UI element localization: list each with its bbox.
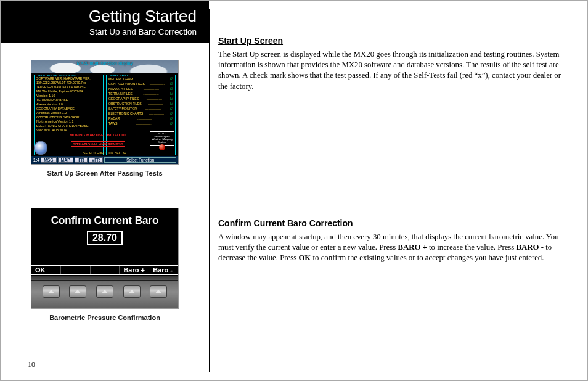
bezel-up-button-1[interactable] xyxy=(43,285,60,298)
check-icon: ☑ xyxy=(170,81,173,86)
baro-minus-button[interactable]: Baro - xyxy=(149,266,178,274)
stormscope-brand: WX500Stormscope®Weather MappingSystem xyxy=(150,131,174,146)
bezel-up-button-3[interactable] xyxy=(96,285,113,298)
baro-minus-text: BARO - xyxy=(517,243,544,252)
ifr-button[interactable]: IFR xyxy=(75,157,88,163)
baro-title: Confirm Current Baro xyxy=(31,208,178,227)
baro-screen-image: Confirm Current Baro 28.70 OK Baro + Bar… xyxy=(31,208,179,309)
content-column: Start Up Screen The Start Up screen is d… xyxy=(210,1,587,380)
function-button-bar: 1:4 MSG MAP IFR VFR Select Function xyxy=(31,156,178,164)
check-icon: ☑ xyxy=(170,96,173,101)
figure1-caption: Start Up Screen After Passing Tests xyxy=(1,170,209,177)
paragraph-startup: The Start Up screen is displayed while t… xyxy=(218,49,569,92)
globe-logo-icon xyxy=(34,141,47,155)
check-icon: ☑ xyxy=(170,117,173,121)
startup-screen-image: MX20 multi-function display SYSTEM INFOR… xyxy=(31,60,179,165)
check-icon: ☑ xyxy=(170,107,173,112)
baro-value: 28.70 xyxy=(87,231,123,245)
figure-baro-confirm: Confirm Current Baro 28.70 OK Baro + Bar… xyxy=(1,208,209,321)
select-function-label: SELECT FUNCTION BELOW xyxy=(31,151,178,155)
map-button[interactable]: MAP xyxy=(58,157,73,163)
check-icon: ☑ xyxy=(170,112,173,117)
check-icon: ☑ xyxy=(170,76,173,81)
check-icon: ☑ xyxy=(170,101,173,106)
baro-plus-button[interactable]: Baro + xyxy=(120,266,149,274)
chapter-title: Getting Started xyxy=(13,7,197,26)
baro-button-row: OK Baro + Baro - xyxy=(31,265,178,275)
check-icon: ☑ xyxy=(170,91,173,96)
bezel-up-button-5[interactable] xyxy=(150,285,167,298)
bezel-up-button-4[interactable] xyxy=(123,285,141,298)
device-label: MX20 multi-function display xyxy=(31,61,178,65)
figure2-caption: Barometric Pressure Confirmation xyxy=(1,314,209,321)
check-icon: ☑ xyxy=(170,86,173,91)
ok-text: OK xyxy=(298,253,311,262)
ok-button[interactable]: OK xyxy=(31,266,61,274)
heading-baro: Confirm Current Baro Correction xyxy=(218,218,569,229)
chapter-banner: Getting Started Start Up and Baro Correc… xyxy=(1,1,209,43)
bezel-up-button-2[interactable] xyxy=(69,285,86,298)
select-function-text: Select Function xyxy=(104,157,176,163)
page-number: 10 xyxy=(28,360,35,369)
device-bezel xyxy=(31,276,178,308)
chapter-subtitle: Start Up and Baro Correction xyxy=(13,27,197,36)
scale-label: 1:4 xyxy=(33,158,39,162)
check-icon: ☑ xyxy=(170,121,173,126)
paragraph-baro: A window may appear at startup, and then… xyxy=(218,232,569,264)
figure-startup-screen: MX20 multi-function display SYSTEM INFOR… xyxy=(1,60,209,177)
heading-startup: Start Up Screen xyxy=(218,35,569,47)
warning-label: MOVING MAP USE LIMITED TO SITUATIONAL AW… xyxy=(50,133,146,148)
baro-plus-text: BARO + xyxy=(398,243,427,252)
msg-button[interactable]: MSG xyxy=(41,157,56,163)
vfr-button[interactable]: VFR xyxy=(89,157,104,163)
